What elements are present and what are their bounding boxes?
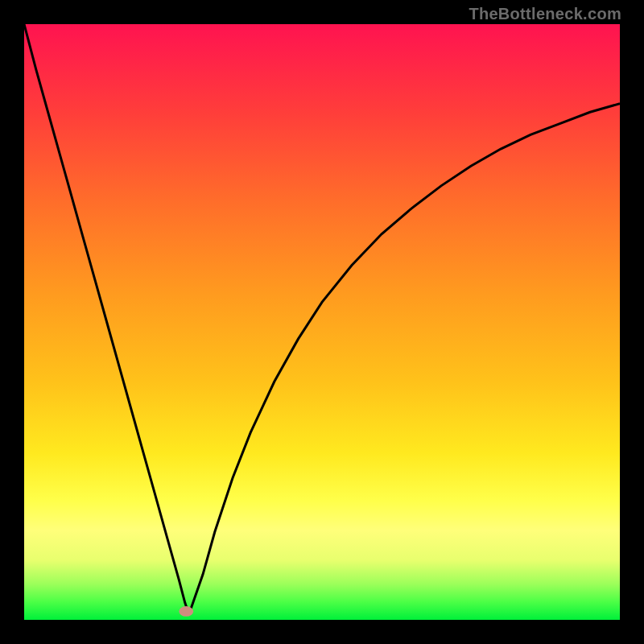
chart-svg (24, 24, 620, 620)
chart-container: TheBottleneck.com (0, 0, 644, 644)
optimal-marker (179, 606, 193, 617)
bottleneck-curve (24, 24, 620, 611)
watermark-text: TheBottleneck.com (469, 5, 621, 23)
